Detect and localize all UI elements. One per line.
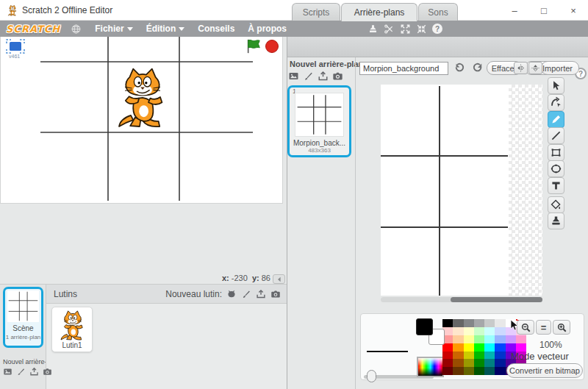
palette-swatch[interactable]: [484, 343, 495, 351]
menu-edition[interactable]: Édition: [146, 24, 185, 34]
palette-swatch[interactable]: [495, 335, 505, 343]
zoom-reset-button[interactable]: =: [536, 320, 551, 335]
palette-swatch[interactable]: [484, 351, 495, 360]
canvas-hscrollbar[interactable]: [381, 297, 542, 302]
palette-swatch[interactable]: [495, 319, 505, 327]
backdrop-library-icon[interactable]: [3, 367, 12, 376]
menu-fichier[interactable]: Fichier: [95, 24, 132, 34]
palette-swatch[interactable]: [484, 335, 495, 343]
palette-swatch[interactable]: [516, 335, 526, 343]
camera-icon[interactable]: [43, 367, 52, 376]
language-globe-icon[interactable]: [71, 24, 82, 35]
palette-swatch[interactable]: [464, 359, 474, 367]
tool-rectangle[interactable]: [548, 144, 564, 161]
palette-swatch[interactable]: [484, 359, 495, 367]
tab-scripts[interactable]: Scripts: [292, 3, 340, 21]
redo-button[interactable]: [470, 62, 484, 75]
palette-swatch[interactable]: [442, 351, 453, 360]
palette-swatch[interactable]: [484, 319, 495, 327]
tool-text[interactable]: [548, 177, 564, 194]
tool-pencil-active[interactable]: [548, 111, 564, 128]
block-help-icon[interactable]: ?: [432, 24, 442, 34]
delete-scissors-icon[interactable]: [384, 24, 395, 35]
paint-brush-icon[interactable]: [241, 289, 251, 299]
costume-name-input[interactable]: [359, 62, 448, 75]
grow-icon[interactable]: [400, 24, 411, 35]
upload-sprite-icon[interactable]: [256, 289, 266, 299]
zoom-out-button[interactable]: [517, 320, 534, 335]
upload-backdrop-icon[interactable]: [29, 367, 39, 376]
camera-icon[interactable]: [270, 289, 281, 299]
fullscreen-button[interactable]: [6, 39, 25, 54]
minimize-button[interactable]: –: [500, 0, 529, 21]
collapse-stage-button[interactable]: [273, 274, 285, 284]
palette-swatch[interactable]: [464, 319, 474, 327]
palette-swatch[interactable]: [516, 343, 526, 351]
palette-swatch[interactable]: [474, 359, 484, 367]
foreground-color-swatch[interactable]: [416, 318, 433, 335]
tool-select[interactable]: [548, 77, 564, 94]
tab-arriere-plans[interactable]: Arrière-plans: [341, 3, 417, 21]
hscrollbar-thumb[interactable]: [451, 297, 542, 302]
stop-button[interactable]: [265, 40, 279, 53]
upload-backdrop-icon[interactable]: [318, 71, 329, 82]
flip-horizontal-button[interactable]: [514, 62, 528, 74]
palette-swatch[interactable]: [442, 359, 453, 367]
backdrop-library-icon[interactable]: [288, 71, 299, 82]
palette-swatch[interactable]: [464, 327, 474, 335]
sprite-library-icon[interactable]: [226, 289, 237, 299]
palette-swatch[interactable]: [464, 335, 474, 343]
palette-swatch[interactable]: [453, 351, 463, 360]
palette-swatch[interactable]: [484, 367, 495, 375]
paint-canvas[interactable]: [381, 85, 542, 296]
palette-swatch[interactable]: [453, 367, 463, 375]
shrink-icon[interactable]: [416, 24, 427, 35]
palette-swatch[interactable]: [474, 343, 484, 351]
palette-swatch[interactable]: [484, 327, 495, 335]
tool-reshape[interactable]: [548, 94, 564, 111]
paint-brush-icon[interactable]: [303, 71, 314, 82]
zoom-in-button[interactable]: [553, 320, 570, 335]
gradient-picker[interactable]: [417, 357, 444, 377]
palette-swatch[interactable]: [453, 319, 463, 327]
palette-swatch[interactable]: [453, 327, 463, 335]
stage-thumbnail-selected[interactable]: Scène 1 arrière-plan: [3, 287, 43, 348]
palette-swatch[interactable]: [442, 343, 453, 351]
tab-sons[interactable]: Sons: [418, 3, 458, 21]
palette-swatch[interactable]: [495, 351, 505, 360]
palette-swatch[interactable]: [453, 359, 463, 367]
slider-handle[interactable]: [367, 370, 376, 382]
tool-duplicate[interactable]: [548, 213, 564, 229]
menu-apropos[interactable]: À propos: [248, 24, 287, 34]
palette-swatch[interactable]: [474, 319, 484, 327]
duplicate-stamp-icon[interactable]: [368, 24, 379, 35]
scratch-logo[interactable]: SCRATCH: [6, 24, 60, 35]
palette-swatch[interactable]: [442, 367, 453, 375]
palette-swatch[interactable]: [495, 359, 505, 367]
palette-swatch[interactable]: [442, 319, 453, 327]
palette-swatch[interactable]: [495, 343, 505, 351]
tool-line[interactable]: [548, 127, 564, 144]
backdrop-item-selected[interactable]: 1 Morpion_back... 483x363: [287, 85, 351, 157]
palette-swatch[interactable]: [453, 343, 463, 351]
palette-swatch[interactable]: [506, 343, 516, 351]
palette-swatch[interactable]: [506, 335, 516, 343]
sprite-item-lutin1[interactable]: Lutin1: [51, 307, 93, 352]
palette-swatch[interactable]: [464, 343, 474, 351]
import-button[interactable]: Importer: [541, 61, 579, 75]
flip-vertical-button[interactable]: [528, 62, 542, 74]
cat-sprite[interactable]: [112, 65, 173, 129]
palette-swatch[interactable]: [495, 327, 505, 335]
camera-icon[interactable]: [332, 71, 343, 82]
palette-swatch[interactable]: [474, 367, 484, 375]
convert-to-bitmap-button[interactable]: Convertir en bitmap: [506, 363, 583, 378]
palette-swatch[interactable]: [453, 335, 463, 343]
palette-swatch[interactable]: [474, 335, 484, 343]
maximize-button[interactable]: □: [529, 0, 559, 21]
undo-button[interactable]: [453, 62, 467, 75]
tool-fill[interactable]: [548, 196, 564, 213]
tool-ellipse[interactable]: [548, 160, 564, 177]
palette-swatch[interactable]: [474, 327, 484, 335]
green-flag-button[interactable]: [245, 38, 262, 54]
close-button[interactable]: ×: [559, 0, 588, 21]
